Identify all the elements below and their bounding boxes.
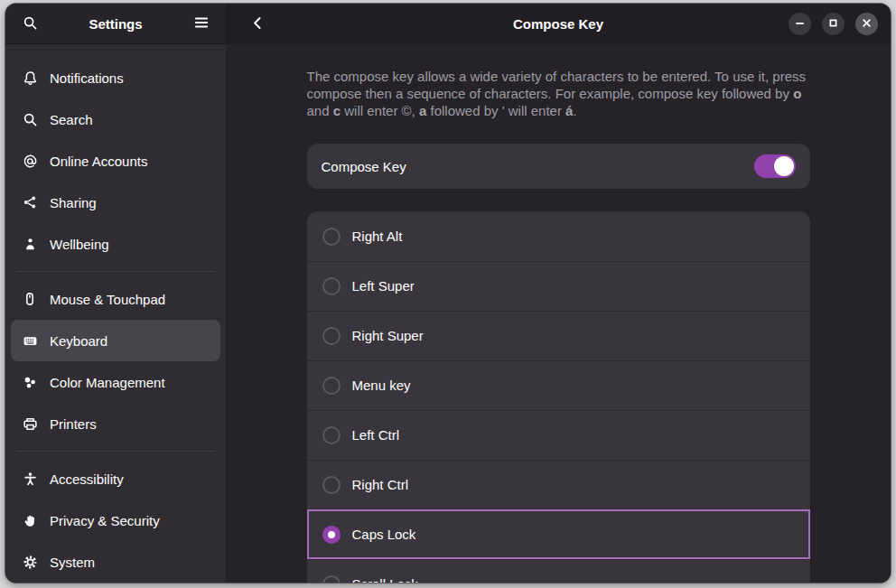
nav-divider	[16, 451, 215, 452]
wellbeing-icon	[22, 236, 38, 252]
compose-key-switch[interactable]	[754, 154, 796, 178]
back-chevron-icon	[250, 15, 266, 33]
main-panel: Compose Key The compose key allows a wid…	[226, 4, 891, 583]
toggle-label: Compose Key	[322, 159, 406, 174]
sidebar-item-keyboard[interactable]: Keyboard	[11, 320, 220, 361]
sidebar-item-mouse-touchpad[interactable]: Mouse & Touchpad	[11, 278, 220, 320]
printer-icon	[22, 415, 38, 432]
compose-key-options-list: Right Alt Left Super Right Super	[307, 211, 810, 583]
compose-key-description: The compose key allows a wide variety of…	[307, 68, 810, 119]
back-button[interactable]	[242, 9, 273, 40]
main-menu-button[interactable]	[186, 9, 217, 40]
radio-icon[interactable]	[322, 327, 341, 345]
search-icon	[22, 111, 38, 127]
hand-icon	[22, 512, 38, 528]
option-row-right-super[interactable]: Right Super	[307, 311, 810, 360]
maximize-icon	[826, 16, 840, 33]
settings-window: Settings Notifications Search Online A	[5, 4, 891, 583]
settings-nav: Notifications Search Online Accounts Sha…	[5, 44, 226, 583]
option-row-caps-lock[interactable]: Caps Lock	[307, 509, 810, 559]
switch-knob	[774, 156, 794, 176]
close-icon	[860, 16, 873, 33]
mouse-icon	[22, 291, 38, 307]
search-button[interactable]	[14, 9, 45, 40]
radio-icon[interactable]	[322, 277, 341, 295]
sidebar-item-sharing[interactable]: Sharing	[11, 182, 220, 223]
compose-key-page: The compose key allows a wide variety of…	[226, 44, 891, 583]
sidebar-header: Settings	[5, 4, 226, 44]
gear-icon	[22, 554, 38, 570]
option-row-left-ctrl[interactable]: Left Ctrl	[307, 410, 810, 460]
sidebar-item-online-accounts[interactable]: Online Accounts	[11, 140, 220, 182]
color-icon	[22, 374, 38, 390]
sidebar-item-privacy-security[interactable]: Privacy & Security	[11, 499, 220, 541]
sidebar-item-search[interactable]: Search	[11, 98, 220, 140]
sidebar-item-printers[interactable]: Printers	[11, 403, 220, 444]
compose-key-toggle-row[interactable]: Compose Key	[307, 144, 810, 189]
radio-icon[interactable]	[322, 526, 341, 544]
bell-icon	[22, 70, 38, 86]
share-icon	[22, 194, 38, 210]
nav-divider	[16, 271, 215, 272]
option-row-menu-key[interactable]: Menu key	[307, 360, 810, 410]
radio-icon[interactable]	[322, 426, 341, 444]
option-row-right-ctrl[interactable]: Right Ctrl	[307, 460, 810, 509]
maximize-button[interactable]	[822, 13, 845, 35]
sidebar-title: Settings	[45, 16, 186, 32]
minimize-icon	[793, 16, 807, 33]
sidebar-item-system[interactable]: System	[11, 541, 220, 583]
radio-icon[interactable]	[322, 476, 341, 494]
accessibility-icon	[22, 471, 38, 487]
hamburger-menu-icon	[193, 14, 210, 33]
sidebar-item-color-management[interactable]: Color Management	[11, 361, 220, 403]
option-row-left-super[interactable]: Left Super	[307, 261, 810, 311]
at-icon	[22, 153, 38, 169]
sidebar-item-wellbeing[interactable]: Wellbeing	[11, 223, 220, 265]
option-row-right-alt[interactable]: Right Alt	[307, 211, 810, 261]
headerbar: Compose Key	[226, 4, 891, 44]
sidebar: Settings Notifications Search Online A	[5, 4, 226, 583]
option-row-scroll-lock[interactable]: Scroll Lock	[307, 559, 810, 583]
sidebar-item-accessibility[interactable]: Accessibility	[11, 458, 220, 499]
sidebar-item-notifications[interactable]: Notifications	[11, 57, 220, 98]
radio-icon[interactable]	[322, 575, 341, 583]
radio-icon[interactable]	[322, 377, 341, 395]
minimize-button[interactable]	[789, 13, 811, 35]
radio-icon[interactable]	[322, 228, 341, 246]
close-button[interactable]	[855, 13, 878, 35]
search-icon	[23, 15, 38, 33]
window-controls	[789, 13, 878, 35]
keyboard-icon	[22, 332, 38, 349]
